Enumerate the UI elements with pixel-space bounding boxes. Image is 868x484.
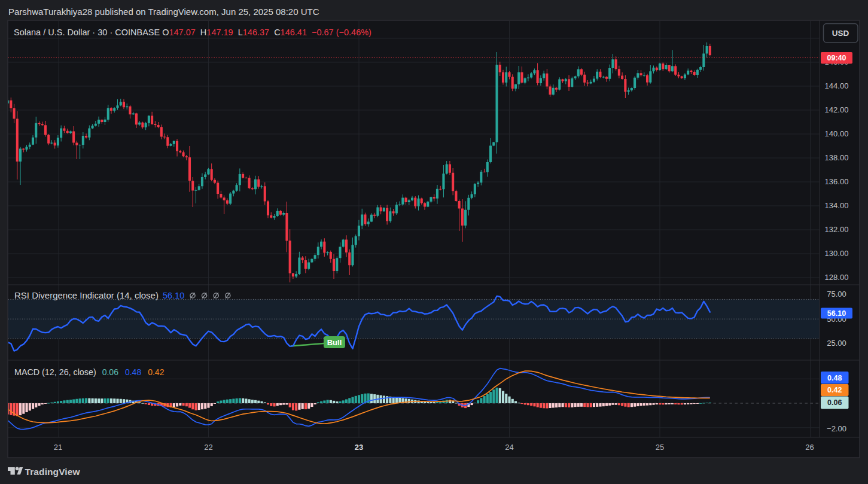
svg-text:0.06: 0.06 (827, 398, 842, 407)
svg-text:140.00: 140.00 (825, 129, 849, 138)
svg-text:21: 21 (54, 443, 62, 452)
svg-text:25.00: 25.00 (827, 339, 846, 348)
svg-text:Solana / U.S. Dollar · 30 · CO: Solana / U.S. Dollar · 30 · COINBASE O14… (14, 28, 371, 37)
svg-text:128.00: 128.00 (825, 273, 849, 282)
svg-text:Bull: Bull (327, 338, 342, 347)
svg-text:22: 22 (204, 443, 212, 452)
svg-text:0.48: 0.48 (827, 374, 842, 382)
svg-text:138.00: 138.00 (825, 153, 849, 162)
svg-text:USD: USD (832, 29, 849, 38)
svg-text:75.00: 75.00 (827, 290, 846, 299)
svg-text:136.00: 136.00 (825, 177, 849, 186)
svg-text:144.00: 144.00 (825, 81, 849, 90)
svg-text:56.10: 56.10 (827, 309, 846, 318)
svg-text:132.00: 132.00 (825, 225, 849, 234)
svg-text:−2.00: −2.00 (827, 424, 846, 433)
svg-text:09:40: 09:40 (827, 54, 846, 62)
svg-text:TradingView: TradingView (25, 467, 81, 477)
svg-text:0.42: 0.42 (827, 386, 842, 394)
svg-text:26: 26 (805, 443, 814, 452)
svg-text:25: 25 (656, 443, 664, 452)
svg-text:24: 24 (505, 443, 513, 452)
svg-text:ParshwaTurakhiya28 published o: ParshwaTurakhiya28 published on TradingV… (8, 7, 319, 17)
svg-text:23: 23 (355, 443, 363, 452)
svg-text:130.00: 130.00 (825, 249, 849, 258)
svg-text:142.00: 142.00 (825, 105, 849, 114)
svg-text:134.00: 134.00 (825, 201, 849, 210)
